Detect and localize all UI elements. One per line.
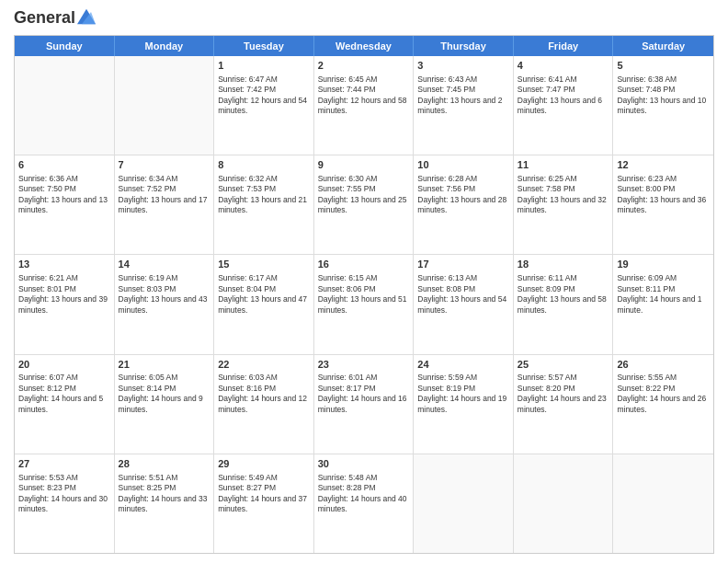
day-cell-17: 17Sunrise: 6:13 AMSunset: 8:08 PMDayligh… <box>414 255 514 353</box>
header-day-monday: Monday <box>115 36 215 56</box>
day-cell-3: 3Sunrise: 6:43 AMSunset: 7:45 PMDaylight… <box>414 56 514 155</box>
daylight-text: Daylight: 14 hours and 23 minutes. <box>518 394 607 413</box>
sunrise-text: Sunrise: 6:11 AM <box>518 273 577 282</box>
daylight-text: Daylight: 13 hours and 28 minutes. <box>417 195 506 214</box>
daylight-text: Daylight: 13 hours and 43 minutes. <box>119 294 208 314</box>
day-number: 30 <box>318 457 410 471</box>
day-number: 28 <box>119 457 210 471</box>
day-cell-26: 26Sunrise: 5:55 AMSunset: 8:22 PMDayligh… <box>613 355 713 454</box>
daylight-text: Daylight: 13 hours and 39 minutes. <box>18 294 108 314</box>
sunset-text: Sunset: 8:12 PM <box>18 384 76 393</box>
day-number: 21 <box>119 358 210 372</box>
sunset-text: Sunset: 7:53 PM <box>218 184 276 193</box>
sunrise-text: Sunrise: 5:59 AM <box>417 373 477 382</box>
day-cell-25: 25Sunrise: 5:57 AMSunset: 8:20 PMDayligh… <box>514 355 614 454</box>
daylight-text: Daylight: 13 hours and 25 minutes. <box>318 195 407 214</box>
daylight-text: Daylight: 13 hours and 54 minutes. <box>417 294 506 314</box>
sunrise-text: Sunrise: 6:03 AM <box>218 373 278 382</box>
daylight-text: Daylight: 12 hours and 58 minutes. <box>318 96 407 115</box>
day-number: 14 <box>119 258 210 271</box>
sunrise-text: Sunrise: 6:25 AM <box>518 174 577 183</box>
day-cell-16: 16Sunrise: 6:15 AMSunset: 8:06 PMDayligh… <box>314 255 415 353</box>
logo-text-general: General <box>14 9 75 28</box>
sunset-text: Sunset: 7:42 PM <box>218 85 276 94</box>
logo: General <box>14 9 96 28</box>
sunset-text: Sunset: 8:28 PM <box>318 483 376 492</box>
header-day-friday: Friday <box>514 36 614 56</box>
day-number: 23 <box>318 358 410 372</box>
daylight-text: Daylight: 14 hours and 30 minutes. <box>18 494 108 513</box>
day-cell-8: 8Sunrise: 6:32 AMSunset: 7:53 PMDaylight… <box>214 155 314 254</box>
empty-cell <box>15 56 115 155</box>
daylight-text: Daylight: 13 hours and 32 minutes. <box>518 195 607 214</box>
empty-cell <box>414 454 514 553</box>
sunset-text: Sunset: 7:47 PM <box>518 85 575 94</box>
calendar-week-5: 27Sunrise: 5:53 AMSunset: 8:23 PMDayligh… <box>15 454 713 553</box>
day-number: 24 <box>417 358 509 372</box>
sunset-text: Sunset: 8:08 PM <box>417 284 475 293</box>
day-number: 6 <box>18 158 110 172</box>
day-cell-15: 15Sunrise: 6:17 AMSunset: 8:04 PMDayligh… <box>214 255 314 353</box>
calendar-week-3: 13Sunrise: 6:21 AMSunset: 8:01 PMDayligh… <box>15 255 713 354</box>
sunrise-text: Sunrise: 5:57 AM <box>518 373 577 382</box>
sunset-text: Sunset: 8:25 PM <box>119 483 176 492</box>
sunset-text: Sunset: 7:56 PM <box>417 184 475 193</box>
day-number: 15 <box>218 258 310 271</box>
day-number: 26 <box>617 358 710 372</box>
sunset-text: Sunset: 8:09 PM <box>518 284 575 293</box>
day-number: 27 <box>18 457 110 471</box>
sunset-text: Sunset: 8:00 PM <box>617 184 675 193</box>
day-cell-21: 21Sunrise: 6:05 AMSunset: 8:14 PMDayligh… <box>115 355 215 454</box>
day-number: 9 <box>318 158 410 172</box>
sunrise-text: Sunrise: 6:32 AM <box>218 174 278 183</box>
sunset-text: Sunset: 8:04 PM <box>218 284 276 293</box>
sunset-text: Sunset: 8:23 PM <box>18 483 76 492</box>
calendar-week-1: 1Sunrise: 6:47 AMSunset: 7:42 PMDaylight… <box>15 56 713 155</box>
day-cell-2: 2Sunrise: 6:45 AMSunset: 7:44 PMDaylight… <box>314 56 415 155</box>
daylight-text: Daylight: 13 hours and 36 minutes. <box>617 195 706 214</box>
sunrise-text: Sunrise: 5:48 AM <box>318 473 378 482</box>
day-number: 20 <box>18 358 110 372</box>
day-cell-12: 12Sunrise: 6:23 AMSunset: 8:00 PMDayligh… <box>613 155 713 254</box>
day-cell-27: 27Sunrise: 5:53 AMSunset: 8:23 PMDayligh… <box>15 454 115 553</box>
sunset-text: Sunset: 8:14 PM <box>119 384 176 393</box>
day-number: 12 <box>617 158 710 172</box>
sunrise-text: Sunrise: 6:41 AM <box>518 75 577 84</box>
day-cell-29: 29Sunrise: 5:49 AMSunset: 8:27 PMDayligh… <box>214 454 314 553</box>
day-number: 8 <box>218 158 310 172</box>
day-number: 5 <box>617 59 710 73</box>
sunrise-text: Sunrise: 6:05 AM <box>119 373 178 382</box>
sunset-text: Sunset: 8:20 PM <box>518 384 575 393</box>
day-number: 3 <box>417 59 509 73</box>
sunrise-text: Sunrise: 5:49 AM <box>218 473 278 482</box>
day-number: 25 <box>518 358 609 372</box>
day-cell-13: 13Sunrise: 6:21 AMSunset: 8:01 PMDayligh… <box>15 255 115 353</box>
day-number: 11 <box>518 158 609 172</box>
daylight-text: Daylight: 13 hours and 47 minutes. <box>218 294 307 314</box>
sunrise-text: Sunrise: 6:30 AM <box>318 174 378 183</box>
day-number: 10 <box>417 158 509 172</box>
sunrise-text: Sunrise: 5:51 AM <box>119 473 178 482</box>
day-cell-14: 14Sunrise: 6:19 AMSunset: 8:03 PMDayligh… <box>115 255 215 353</box>
day-number: 7 <box>119 158 210 172</box>
daylight-text: Daylight: 14 hours and 40 minutes. <box>318 494 407 513</box>
sunrise-text: Sunrise: 6:01 AM <box>318 373 378 382</box>
header: General <box>14 9 714 28</box>
sunrise-text: Sunrise: 6:45 AM <box>318 75 378 84</box>
sunset-text: Sunset: 7:48 PM <box>617 85 675 94</box>
sunset-text: Sunset: 8:17 PM <box>318 384 376 393</box>
daylight-text: Daylight: 13 hours and 2 minutes. <box>417 96 502 115</box>
sunset-text: Sunset: 8:22 PM <box>617 384 675 393</box>
calendar: SundayMondayTuesdayWednesdayThursdayFrid… <box>14 35 714 554</box>
daylight-text: Daylight: 13 hours and 21 minutes. <box>218 195 307 214</box>
sunrise-text: Sunrise: 5:55 AM <box>617 373 677 382</box>
day-cell-19: 19Sunrise: 6:09 AMSunset: 8:11 PMDayligh… <box>613 255 713 353</box>
sunset-text: Sunset: 7:58 PM <box>518 184 575 193</box>
day-cell-22: 22Sunrise: 6:03 AMSunset: 8:16 PMDayligh… <box>214 355 314 454</box>
sunset-text: Sunset: 8:06 PM <box>318 284 376 293</box>
calendar-body: 1Sunrise: 6:47 AMSunset: 7:42 PMDaylight… <box>15 56 713 553</box>
daylight-text: Daylight: 14 hours and 5 minutes. <box>18 394 103 413</box>
sunset-text: Sunset: 8:03 PM <box>119 284 176 293</box>
sunset-text: Sunset: 8:11 PM <box>617 284 675 293</box>
day-number: 29 <box>218 457 310 471</box>
